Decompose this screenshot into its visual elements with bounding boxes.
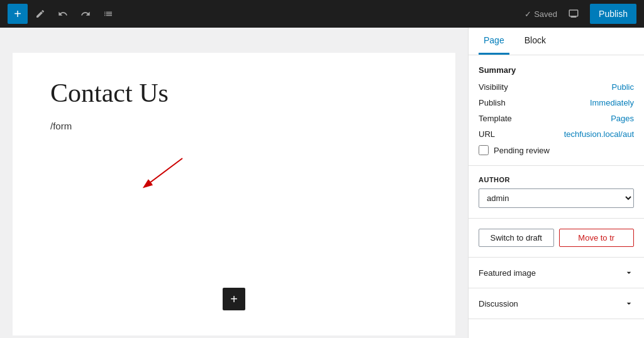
list-view-button[interactable]	[98, 4, 118, 24]
main-layout: Contact Us /form + Page	[0, 28, 644, 338]
author-select[interactable]: admin	[479, 188, 634, 208]
add-block-toolbar-button[interactable]: +	[8, 4, 28, 24]
toolbar: + ✓ Saved Publish	[0, 0, 644, 28]
tab-page[interactable]: Page	[479, 28, 509, 55]
shortcode-container: /form	[50, 121, 72, 132]
sidebar: Page Block Summary Visibility Public Pub…	[468, 28, 644, 338]
tools-button[interactable]	[30, 4, 50, 24]
author-title: AUTHOR	[479, 176, 634, 183]
template-value[interactable]: Pages	[611, 114, 634, 123]
visibility-label: Visibility	[479, 82, 508, 92]
url-label: URL	[479, 129, 495, 139]
visibility-value[interactable]: Public	[612, 82, 634, 92]
list-view-icon	[103, 9, 113, 19]
discussion-section: Discussion	[469, 288, 644, 319]
saved-label: Saved	[534, 9, 557, 19]
publish-button[interactable]: Publish	[590, 4, 636, 24]
pencil-icon	[35, 9, 45, 19]
chevron-down-icon	[624, 268, 634, 278]
editor-area: Contact Us /form +	[0, 28, 468, 338]
switch-to-draft-button[interactable]: Switch to draft	[479, 229, 554, 247]
publish-row: Publish Immediately	[479, 98, 634, 107]
monitor-icon	[568, 8, 579, 19]
publish-label: Publish	[479, 98, 506, 107]
sidebar-tabs: Page Block	[469, 28, 644, 55]
toolbar-right: ✓ Saved Publish	[525, 4, 636, 24]
action-buttons: Switch to draft Move to tr	[469, 219, 644, 258]
undo-button[interactable]	[53, 4, 73, 24]
url-row: URL techfusion.local/aut	[479, 129, 634, 139]
tab-block[interactable]: Block	[519, 28, 551, 55]
redo-button[interactable]	[75, 4, 96, 24]
publish-value[interactable]: Immediately	[590, 98, 634, 107]
pending-review-checkbox[interactable]	[479, 145, 489, 155]
discussion-toggle[interactable]: Discussion	[479, 298, 634, 308]
redo-icon	[80, 9, 91, 19]
form-shortcode[interactable]: /form	[50, 121, 72, 131]
summary-section: Summary Visibility Public Publish Immedi…	[469, 55, 644, 166]
move-to-trash-button[interactable]: Move to tr	[559, 229, 635, 247]
chevron-down-icon-2	[624, 298, 634, 308]
plus-icon: +	[230, 292, 238, 307]
discussion-label: Discussion	[479, 299, 518, 308]
featured-image-toggle[interactable]: Featured image	[479, 268, 634, 278]
editor-canvas: Contact Us /form +	[13, 53, 455, 335]
pending-review-row: Pending review	[479, 145, 634, 155]
template-label: Template	[479, 114, 512, 123]
check-icon: ✓	[525, 9, 531, 19]
featured-image-section: Featured image	[469, 258, 644, 288]
saved-status: ✓ Saved	[525, 9, 557, 19]
url-value[interactable]: techfusion.local/aut	[564, 129, 634, 139]
template-row: Template Pages	[479, 114, 634, 123]
add-block-canvas-button[interactable]: +	[223, 288, 245, 310]
summary-title: Summary	[479, 65, 634, 75]
toolbar-left: +	[8, 4, 522, 24]
featured-image-label: Featured image	[479, 268, 536, 278]
undo-icon	[58, 9, 68, 19]
page-title[interactable]: Contact Us	[50, 78, 418, 108]
arrow-annotation	[138, 155, 189, 193]
visibility-row: Visibility Public	[479, 82, 634, 92]
svg-line-1	[145, 158, 182, 187]
preview-button[interactable]	[564, 4, 584, 24]
author-section: AUTHOR admin	[469, 166, 644, 219]
pending-review-label: Pending review	[494, 146, 550, 155]
